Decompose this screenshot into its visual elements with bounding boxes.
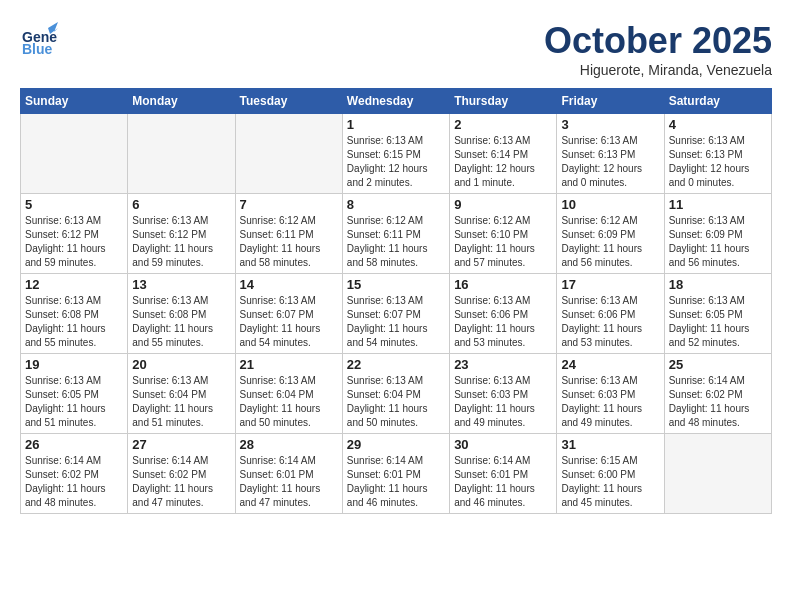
day-number: 18 <box>669 277 767 292</box>
calendar-cell: 9Sunrise: 6:12 AMSunset: 6:10 PMDaylight… <box>450 194 557 274</box>
calendar-cell: 11Sunrise: 6:13 AMSunset: 6:09 PMDayligh… <box>664 194 771 274</box>
day-info: Sunrise: 6:13 AMSunset: 6:05 PMDaylight:… <box>25 374 123 430</box>
day-number: 13 <box>132 277 230 292</box>
day-info: Sunrise: 6:13 AMSunset: 6:05 PMDaylight:… <box>669 294 767 350</box>
day-number: 6 <box>132 197 230 212</box>
day-info: Sunrise: 6:13 AMSunset: 6:08 PMDaylight:… <box>132 294 230 350</box>
day-number: 9 <box>454 197 552 212</box>
weekday-header: Friday <box>557 89 664 114</box>
title-block: October 2025 Higuerote, Miranda, Venezue… <box>544 20 772 78</box>
day-number: 19 <box>25 357 123 372</box>
calendar-cell: 5Sunrise: 6:13 AMSunset: 6:12 PMDaylight… <box>21 194 128 274</box>
day-number: 21 <box>240 357 338 372</box>
calendar-cell: 6Sunrise: 6:13 AMSunset: 6:12 PMDaylight… <box>128 194 235 274</box>
weekday-header: Wednesday <box>342 89 449 114</box>
calendar-cell: 28Sunrise: 6:14 AMSunset: 6:01 PMDayligh… <box>235 434 342 514</box>
svg-text:Blue: Blue <box>22 41 53 57</box>
calendar-cell <box>235 114 342 194</box>
weekday-header: Saturday <box>664 89 771 114</box>
calendar-cell: 2Sunrise: 6:13 AMSunset: 6:14 PMDaylight… <box>450 114 557 194</box>
calendar-cell: 30Sunrise: 6:14 AMSunset: 6:01 PMDayligh… <box>450 434 557 514</box>
calendar-cell: 16Sunrise: 6:13 AMSunset: 6:06 PMDayligh… <box>450 274 557 354</box>
location: Higuerote, Miranda, Venezuela <box>544 62 772 78</box>
calendar-week-row: 12Sunrise: 6:13 AMSunset: 6:08 PMDayligh… <box>21 274 772 354</box>
day-number: 25 <box>669 357 767 372</box>
day-info: Sunrise: 6:13 AMSunset: 6:07 PMDaylight:… <box>240 294 338 350</box>
day-number: 28 <box>240 437 338 452</box>
weekday-header: Tuesday <box>235 89 342 114</box>
calendar-cell: 14Sunrise: 6:13 AMSunset: 6:07 PMDayligh… <box>235 274 342 354</box>
logo: General Blue <box>20 20 58 58</box>
day-info: Sunrise: 6:12 AMSunset: 6:09 PMDaylight:… <box>561 214 659 270</box>
calendar-cell <box>128 114 235 194</box>
calendar-week-row: 19Sunrise: 6:13 AMSunset: 6:05 PMDayligh… <box>21 354 772 434</box>
day-number: 10 <box>561 197 659 212</box>
day-info: Sunrise: 6:14 AMSunset: 6:01 PMDaylight:… <box>240 454 338 510</box>
calendar-cell: 31Sunrise: 6:15 AMSunset: 6:00 PMDayligh… <box>557 434 664 514</box>
day-number: 24 <box>561 357 659 372</box>
day-info: Sunrise: 6:13 AMSunset: 6:03 PMDaylight:… <box>561 374 659 430</box>
day-info: Sunrise: 6:13 AMSunset: 6:12 PMDaylight:… <box>25 214 123 270</box>
calendar-cell: 23Sunrise: 6:13 AMSunset: 6:03 PMDayligh… <box>450 354 557 434</box>
calendar-cell: 27Sunrise: 6:14 AMSunset: 6:02 PMDayligh… <box>128 434 235 514</box>
day-number: 8 <box>347 197 445 212</box>
day-number: 11 <box>669 197 767 212</box>
calendar-cell: 13Sunrise: 6:13 AMSunset: 6:08 PMDayligh… <box>128 274 235 354</box>
day-info: Sunrise: 6:14 AMSunset: 6:01 PMDaylight:… <box>347 454 445 510</box>
day-number: 7 <box>240 197 338 212</box>
calendar-week-row: 5Sunrise: 6:13 AMSunset: 6:12 PMDaylight… <box>21 194 772 274</box>
day-info: Sunrise: 6:13 AMSunset: 6:04 PMDaylight:… <box>132 374 230 430</box>
day-info: Sunrise: 6:15 AMSunset: 6:00 PMDaylight:… <box>561 454 659 510</box>
day-number: 26 <box>25 437 123 452</box>
day-number: 15 <box>347 277 445 292</box>
day-info: Sunrise: 6:13 AMSunset: 6:14 PMDaylight:… <box>454 134 552 190</box>
calendar-cell: 4Sunrise: 6:13 AMSunset: 6:13 PMDaylight… <box>664 114 771 194</box>
day-info: Sunrise: 6:12 AMSunset: 6:11 PMDaylight:… <box>240 214 338 270</box>
calendar-cell: 24Sunrise: 6:13 AMSunset: 6:03 PMDayligh… <box>557 354 664 434</box>
calendar-cell: 26Sunrise: 6:14 AMSunset: 6:02 PMDayligh… <box>21 434 128 514</box>
month-title: October 2025 <box>544 20 772 62</box>
day-number: 3 <box>561 117 659 132</box>
calendar-cell: 1Sunrise: 6:13 AMSunset: 6:15 PMDaylight… <box>342 114 449 194</box>
calendar-cell: 15Sunrise: 6:13 AMSunset: 6:07 PMDayligh… <box>342 274 449 354</box>
day-info: Sunrise: 6:13 AMSunset: 6:04 PMDaylight:… <box>347 374 445 430</box>
calendar-cell: 7Sunrise: 6:12 AMSunset: 6:11 PMDaylight… <box>235 194 342 274</box>
calendar-cell: 17Sunrise: 6:13 AMSunset: 6:06 PMDayligh… <box>557 274 664 354</box>
day-number: 1 <box>347 117 445 132</box>
day-number: 23 <box>454 357 552 372</box>
day-number: 12 <box>25 277 123 292</box>
day-number: 5 <box>25 197 123 212</box>
calendar-week-row: 26Sunrise: 6:14 AMSunset: 6:02 PMDayligh… <box>21 434 772 514</box>
day-info: Sunrise: 6:12 AMSunset: 6:10 PMDaylight:… <box>454 214 552 270</box>
day-number: 20 <box>132 357 230 372</box>
calendar-cell: 22Sunrise: 6:13 AMSunset: 6:04 PMDayligh… <box>342 354 449 434</box>
day-number: 16 <box>454 277 552 292</box>
calendar-cell: 8Sunrise: 6:12 AMSunset: 6:11 PMDaylight… <box>342 194 449 274</box>
calendar-cell <box>664 434 771 514</box>
calendar-cell <box>21 114 128 194</box>
day-info: Sunrise: 6:13 AMSunset: 6:04 PMDaylight:… <box>240 374 338 430</box>
day-info: Sunrise: 6:14 AMSunset: 6:02 PMDaylight:… <box>25 454 123 510</box>
calendar-cell: 19Sunrise: 6:13 AMSunset: 6:05 PMDayligh… <box>21 354 128 434</box>
day-info: Sunrise: 6:12 AMSunset: 6:11 PMDaylight:… <box>347 214 445 270</box>
day-number: 27 <box>132 437 230 452</box>
day-info: Sunrise: 6:14 AMSunset: 6:01 PMDaylight:… <box>454 454 552 510</box>
calendar-cell: 12Sunrise: 6:13 AMSunset: 6:08 PMDayligh… <box>21 274 128 354</box>
day-number: 22 <box>347 357 445 372</box>
day-info: Sunrise: 6:13 AMSunset: 6:13 PMDaylight:… <box>561 134 659 190</box>
day-number: 14 <box>240 277 338 292</box>
day-info: Sunrise: 6:13 AMSunset: 6:12 PMDaylight:… <box>132 214 230 270</box>
day-number: 2 <box>454 117 552 132</box>
day-number: 4 <box>669 117 767 132</box>
calendar-cell: 10Sunrise: 6:12 AMSunset: 6:09 PMDayligh… <box>557 194 664 274</box>
calendar-table: SundayMondayTuesdayWednesdayThursdayFrid… <box>20 88 772 514</box>
day-number: 29 <box>347 437 445 452</box>
weekday-header: Thursday <box>450 89 557 114</box>
calendar-cell: 20Sunrise: 6:13 AMSunset: 6:04 PMDayligh… <box>128 354 235 434</box>
weekday-header: Sunday <box>21 89 128 114</box>
calendar-cell: 18Sunrise: 6:13 AMSunset: 6:05 PMDayligh… <box>664 274 771 354</box>
day-number: 30 <box>454 437 552 452</box>
weekday-header-row: SundayMondayTuesdayWednesdayThursdayFrid… <box>21 89 772 114</box>
day-info: Sunrise: 6:13 AMSunset: 6:03 PMDaylight:… <box>454 374 552 430</box>
calendar-cell: 21Sunrise: 6:13 AMSunset: 6:04 PMDayligh… <box>235 354 342 434</box>
